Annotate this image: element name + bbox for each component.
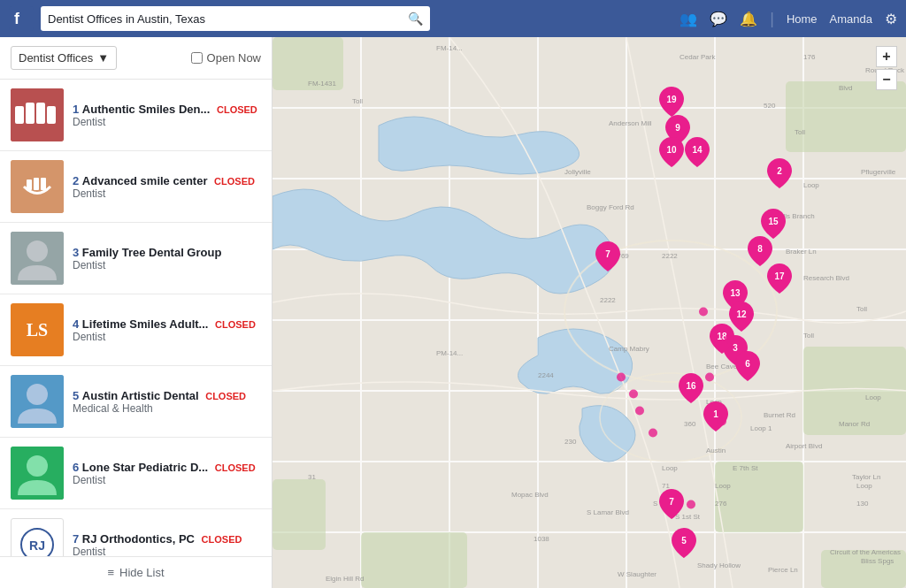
messages-icon[interactable]: 💬 (710, 11, 727, 27)
listing-header: 5 Austin Artistic Dental CLOSED (73, 389, 261, 402)
map-pin[interactable]: 14 (685, 137, 710, 170)
open-now-label: Open Now (207, 51, 261, 65)
home-link[interactable]: Home (787, 12, 818, 26)
settings-icon[interactable]: ⚙ (885, 11, 897, 27)
map-pin[interactable]: 10 (659, 137, 684, 170)
map-pin[interactable]: 7 (595, 241, 620, 274)
listing-category: Dentist (73, 259, 261, 271)
listing-name: RJ Orthodontics, PC (82, 532, 195, 546)
friends-icon[interactable]: 👥 (680, 11, 697, 27)
map-pin[interactable]: 16 (679, 373, 703, 406)
listing-status: CLOSED (217, 104, 257, 115)
search-icon[interactable]: 🔍 (408, 11, 423, 26)
listing-number: 7 (73, 532, 79, 546)
search-bar: 🔍 (41, 6, 430, 31)
svg-text:8: 8 (758, 244, 764, 254)
svg-text:12: 12 (736, 309, 747, 319)
svg-point-121 (718, 417, 726, 426)
svg-text:10: 10 (667, 145, 678, 155)
listing-item[interactable]: 5 Austin Artistic Dental CLOSED Medical … (0, 366, 272, 438)
svg-point-120 (705, 373, 714, 382)
map-pin[interactable] (698, 306, 709, 319)
map-pin[interactable]: 6 (735, 351, 760, 384)
listing-thumbnail (11, 88, 64, 141)
listing-info: 3 Family Tree Dental Group Dentist (73, 246, 261, 271)
listing-status: CLOSED (215, 319, 256, 330)
listing-list: 1 Authentic Smiles Den... CLOSED Dentist… (0, 80, 272, 556)
svg-text:7: 7 (669, 497, 674, 507)
listing-category: Dentist (73, 116, 261, 128)
profile-link[interactable]: Amanda (830, 12, 872, 26)
listing-number: 4 (73, 317, 79, 331)
facebook-logo: f (9, 6, 34, 31)
notifications-icon[interactable]: 🔔 (740, 11, 757, 27)
svg-point-11 (27, 241, 48, 262)
listing-number: 5 (73, 389, 79, 402)
listing-category: Dentist (73, 331, 261, 343)
listing-item[interactable]: 6 Lone Star Pediatric D... CLOSED Dentis… (0, 438, 272, 509)
svg-rect-7 (27, 179, 32, 190)
listing-item[interactable]: 1 Authentic Smiles Den... CLOSED Dentist (0, 80, 272, 151)
listing-item[interactable]: 2 Advanced smile center CLOSED Dentist (0, 151, 272, 223)
listing-status: CLOSED (215, 462, 256, 473)
open-now-checkbox[interactable] (191, 52, 203, 64)
listing-number: 2 (73, 174, 79, 187)
listing-category: Dentist (73, 546, 261, 557)
map-pin[interactable] (616, 372, 626, 386)
svg-point-122 (629, 389, 638, 398)
listing-thumbnail: LS (11, 303, 64, 356)
svg-rect-2 (15, 106, 24, 124)
map-pin[interactable] (634, 405, 645, 418)
svg-text:16: 16 (686, 381, 696, 391)
dropdown-arrow-icon: ▼ (97, 51, 109, 65)
listing-item[interactable]: LS 4 Lifetime Smiles Adult... CLOSED Den… (0, 294, 272, 366)
map-pin[interactable] (704, 372, 715, 386)
zoom-in-button[interactable]: + (876, 46, 897, 67)
map-pin[interactable]: 5 (672, 528, 696, 561)
map-pin[interactable] (648, 427, 658, 440)
listing-number: 6 (73, 461, 79, 474)
search-input[interactable] (48, 12, 403, 26)
map-pin[interactable] (724, 333, 734, 347)
listing-thumbnail (11, 232, 64, 285)
nav-divider: | (770, 10, 774, 28)
svg-point-125 (617, 373, 626, 382)
map-controls: + − (876, 46, 897, 90)
svg-text:6: 6 (745, 359, 750, 369)
map-pin[interactable]: 7 (659, 489, 684, 522)
map-pin[interactable] (686, 499, 696, 512)
zoom-out-button[interactable]: − (876, 69, 897, 90)
listing-item[interactable]: 3 Family Tree Dental Group Dentist (0, 223, 272, 294)
listing-status: CLOSED (214, 176, 255, 187)
listing-thumbnail (11, 160, 64, 213)
listing-name: Family Tree Dental Group (82, 246, 222, 259)
svg-text:13: 13 (730, 288, 741, 298)
map-area[interactable]: FM-1431 Toll FM-14... 176 Blvd Round Roc… (273, 37, 906, 588)
category-dropdown[interactable]: Dentist Offices ▼ (11, 46, 117, 70)
map-pin[interactable] (628, 388, 639, 401)
map-pin[interactable] (717, 416, 727, 430)
listing-item[interactable]: RJ 7 RJ Orthodontics, PC CLOSED Dentist (0, 509, 272, 556)
svg-rect-5 (47, 106, 56, 124)
map-pin[interactable]: 17 (767, 263, 792, 296)
listing-category: Medical & Health (73, 402, 261, 415)
left-panel: Dentist Offices ▼ Open Now 1 Authentic S… (0, 37, 273, 588)
map-pin[interactable]: 2 (767, 158, 792, 191)
category-label: Dentist Offices (19, 51, 93, 65)
hide-list-label: Hide List (119, 566, 165, 579)
open-now-filter[interactable]: Open Now (191, 51, 261, 65)
svg-point-123 (635, 406, 644, 415)
listing-info: 7 RJ Orthodontics, PC CLOSED Dentist (73, 532, 261, 557)
listing-name: Lifetime Smiles Adult... (82, 317, 209, 331)
nav-right: 👥 💬 🔔 | Home Amanda ⚙ (680, 10, 897, 28)
listing-header: 2 Advanced smile center CLOSED (73, 174, 261, 187)
listing-header: 4 Lifetime Smiles Adult... CLOSED (73, 317, 261, 331)
listing-thumbnail: RJ (11, 518, 64, 556)
listing-status: CLOSED (202, 534, 242, 545)
hide-list-button[interactable]: ≡ Hide List (0, 556, 272, 588)
svg-rect-3 (26, 103, 35, 124)
listing-info: 6 Lone Star Pediatric D... CLOSED Dentis… (73, 461, 261, 486)
listing-info: 1 Authentic Smiles Den... CLOSED Dentist (73, 103, 261, 128)
svg-text:RJ: RJ (29, 538, 45, 553)
svg-text:15: 15 (768, 217, 779, 226)
